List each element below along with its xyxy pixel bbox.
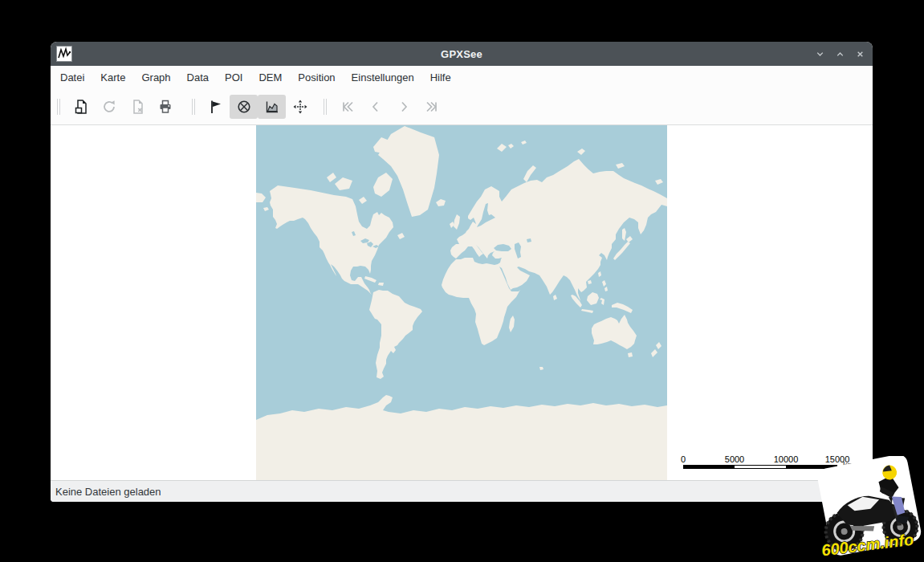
menu-dem[interactable]: DEM (250, 66, 290, 89)
menu-hilfe[interactable]: Hilfe (422, 66, 459, 89)
map-viewport[interactable]: 0 5000 10000 15000 km (51, 125, 873, 480)
previous-file-button[interactable] (361, 95, 389, 119)
show-graphs-button[interactable] (258, 95, 286, 119)
scale-bar-segments (683, 465, 837, 469)
status-message: Keine Dateien geladen (55, 486, 161, 498)
map-scale-bar: 0 5000 10000 15000 km (683, 454, 866, 472)
last-file-button[interactable] (417, 95, 446, 119)
flag-icon (207, 98, 225, 116)
fullscreen-button[interactable] (286, 95, 314, 119)
overlap-pois-button[interactable] (230, 95, 258, 119)
menu-poi[interactable]: POI (217, 66, 250, 89)
toolbar-handle[interactable] (192, 99, 196, 115)
chevron-up-icon (834, 48, 846, 60)
gpxsee-window: GPXSee Datei Karte Graph Data P (51, 42, 873, 502)
maximize-button[interactable] (833, 47, 846, 60)
scale-label: 5000 (725, 454, 744, 464)
titlebar[interactable]: GPXSee (51, 42, 873, 66)
go-previous-icon (367, 98, 385, 116)
reload-file-button[interactable] (95, 95, 123, 119)
open-file-button[interactable] (67, 95, 95, 119)
toolbar-handle[interactable] (324, 99, 328, 115)
statusbar: Keine Dateien geladen (51, 480, 873, 502)
next-file-button[interactable] (389, 95, 417, 119)
refresh-icon (100, 98, 118, 116)
window-title: GPXSee (51, 48, 873, 60)
close-icon (854, 48, 866, 60)
chevron-down-icon (814, 48, 826, 60)
menu-datei[interactable]: Datei (52, 66, 92, 89)
document-open-icon (72, 98, 90, 116)
go-first-icon (339, 98, 356, 116)
go-next-icon (395, 98, 413, 116)
scale-unit-label: km (843, 460, 855, 470)
watermark-text: 600ccm.info (820, 531, 914, 560)
go-last-icon (423, 98, 441, 116)
toolbar (51, 89, 873, 125)
menu-einstellungen[interactable]: Einstellungen (344, 66, 422, 89)
close-file-button[interactable] (123, 95, 151, 119)
scale-label: 0 (681, 454, 686, 464)
menu-karte[interactable]: Karte (92, 66, 133, 89)
world-map[interactable] (256, 125, 667, 480)
printer-icon (157, 98, 174, 116)
menubar: Datei Karte Graph Data POI DEM Position … (51, 66, 873, 89)
document-close-icon (128, 98, 146, 116)
first-file-button[interactable] (333, 95, 361, 119)
file-toolbar-group (67, 95, 179, 119)
area-graph-icon (263, 98, 281, 116)
poi-toolbar-group (201, 95, 314, 119)
show-poi-files-button[interactable] (201, 95, 230, 119)
navigation-toolbar-group (333, 95, 446, 119)
menu-graph[interactable]: Graph (133, 66, 178, 89)
window-controls (813, 42, 866, 66)
crossed-circle-icon (235, 98, 253, 116)
menu-data[interactable]: Data (179, 66, 217, 89)
move-arrows-icon (291, 98, 309, 116)
toolbar-handle[interactable] (57, 99, 61, 115)
menu-position[interactable]: Position (290, 66, 343, 89)
minimize-button[interactable] (813, 47, 826, 60)
close-button[interactable] (853, 47, 866, 60)
print-button[interactable] (151, 95, 179, 119)
scale-label: 10000 (774, 454, 799, 464)
